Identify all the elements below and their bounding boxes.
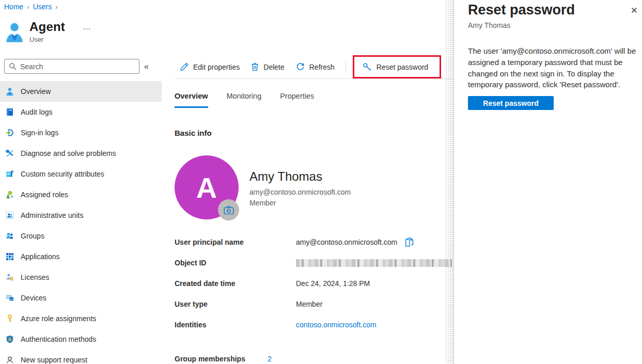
sidebar-item-diagnose[interactable]: Diagnose and solve problems [0, 143, 162, 164]
sidebar-item-administrative-units[interactable]: Administrative units [0, 205, 162, 226]
basic-info-heading: Basic info [175, 129, 212, 137]
assigned-roles-icon [5, 191, 14, 199]
vertical-scrollbar[interactable] [445, 0, 453, 364]
sidebar-item-label: Administrative units [21, 211, 83, 219]
search-input[interactable] [20, 62, 135, 71]
user-avatar-icon [5, 22, 24, 43]
search-icon [9, 62, 17, 70]
reset-password-label: Reset password [377, 63, 428, 71]
tab-overview[interactable]: Overview [175, 92, 208, 108]
field-value: Member [296, 300, 322, 308]
persona-card: A Amy Thomas amy@contoso.onmicrosoft.com… [175, 155, 351, 219]
admin-units-icon [5, 211, 14, 220]
sidebar-item-label: Applications [21, 252, 60, 261]
key-icon [5, 314, 14, 323]
edit-properties-label: Edit properties [193, 63, 240, 71]
diagnose-tools-icon [5, 149, 14, 158]
field-label: Identities [175, 321, 296, 329]
avatar: A [175, 155, 239, 219]
sidebar-item-devices[interactable]: Devices [0, 288, 162, 308]
field-label: User principal name [175, 238, 296, 246]
sidebar-item-label: Sign-in logs [21, 129, 58, 137]
collapse-sidebar-button[interactable]: « [144, 62, 149, 71]
breadcrumb-users[interactable]: Users [33, 3, 52, 11]
more-options-button[interactable]: … [83, 24, 92, 29]
sidebar-item-label: Groups [21, 232, 44, 240]
applications-grid-icon [5, 252, 14, 261]
refresh-button[interactable]: Refresh [296, 62, 335, 71]
page-header: Agent … User [5, 20, 92, 43]
field-value: Dec 24, 2024, 1:28 PM [296, 279, 370, 288]
field-value: amy@contoso.onmicrosoft.com [296, 238, 397, 246]
sidebar-item-licenses[interactable]: Licenses [0, 267, 162, 288]
sign-in-logs-icon [5, 129, 14, 137]
breadcrumb: Home › Users › [4, 3, 61, 11]
breadcrumb-home[interactable]: Home [4, 3, 23, 11]
key-icon [363, 62, 372, 72]
group-memberships-label: Group memberships [175, 355, 268, 363]
close-icon[interactable]: ✕ [631, 5, 638, 16]
refresh-icon [296, 62, 305, 71]
sidebar-item-label: Overview [21, 87, 51, 96]
delete-label: Delete [263, 63, 284, 71]
sidebar-item-label: Diagnose and solve problems [21, 149, 116, 157]
copy-button[interactable] [405, 238, 414, 247]
sidebar-nav: Overview Audit logs Sign-in logs Diagnos… [0, 81, 162, 364]
delete-button[interactable]: Delete [251, 62, 284, 71]
page-subtitle: User [29, 36, 92, 43]
field-row-created-date: Created date time Dec 24, 2024, 1:28 PM [175, 273, 453, 294]
change-photo-button[interactable] [218, 199, 239, 220]
identities-link[interactable]: contoso.onmicrosoft.com [296, 321, 377, 329]
field-label: Created date time [175, 279, 296, 288]
sidebar-item-label: Azure role assignments [21, 314, 96, 323]
sidebar-item-label: Audit logs [21, 108, 52, 116]
search-box [4, 59, 139, 74]
shield-lock-icon [5, 335, 14, 344]
sidebar-item-sign-in-logs[interactable]: Sign-in logs [0, 122, 162, 143]
tab-properties[interactable]: Properties [280, 92, 314, 108]
sidebar-item-applications[interactable]: Applications [0, 246, 162, 267]
sidebar: « Overview Audit logs Sign-in logs [0, 59, 162, 364]
sidebar-item-label: Licenses [21, 273, 49, 281]
field-row-user-type: User type Member [175, 294, 453, 314]
tab-monitoring[interactable]: Monitoring [227, 92, 262, 108]
field-label: Object ID [175, 259, 296, 267]
chevron-right-icon: › [23, 3, 33, 11]
pencil-icon [180, 62, 189, 71]
groups-icon [5, 232, 14, 241]
support-person-icon [5, 356, 14, 364]
reset-password-button[interactable]: Reset password [353, 55, 441, 78]
sidebar-item-assigned-roles[interactable]: Assigned roles [0, 184, 162, 205]
trash-icon [251, 62, 259, 71]
group-memberships-count-link[interactable]: 2 [268, 355, 272, 363]
sidebar-item-label: Authentication methods [21, 335, 96, 343]
sidebar-item-custom-security-attributes[interactable]: Custom security attributes [0, 164, 162, 184]
refresh-label: Refresh [309, 63, 335, 71]
sidebar-item-groups[interactable]: Groups [0, 226, 162, 246]
azure-portal-user-page: Home › Users › Agent … User [0, 0, 642, 364]
edit-properties-button[interactable]: Edit properties [180, 62, 240, 71]
copy-icon [405, 238, 414, 247]
audit-logs-icon [5, 108, 14, 117]
sidebar-item-new-support-request[interactable]: New support request [0, 350, 162, 364]
reset-password-panel: Reset password ✕ Amy Thomas The user 'am… [453, 0, 642, 364]
field-label: User type [175, 300, 296, 308]
licenses-icon [5, 273, 14, 282]
panel-reset-password-button[interactable]: Reset password [468, 96, 554, 110]
sidebar-item-label: Assigned roles [21, 191, 68, 199]
sidebar-item-audit-logs[interactable]: Audit logs [0, 102, 162, 122]
toolbar-divider [175, 78, 453, 79]
sidebar-item-label: Devices [21, 294, 46, 302]
sidebar-item-authentication-methods[interactable]: Authentication methods [0, 329, 162, 350]
user-display-name: Amy Thomas [249, 169, 351, 184]
user-email: amy@contoso.onmicrosoft.com [249, 188, 351, 196]
attributes-document-icon [5, 170, 14, 179]
sidebar-item-overview[interactable]: Overview [0, 81, 162, 102]
avatar-initial: A [196, 171, 217, 204]
sidebar-item-label: Custom security attributes [21, 170, 104, 178]
basic-info-fields: User principal name amy@contoso.onmicros… [175, 232, 453, 335]
camera-icon [224, 205, 234, 215]
devices-icon [5, 294, 14, 303]
tab-bar: Overview Monitoring Properties [175, 92, 314, 108]
sidebar-item-azure-role-assignments[interactable]: Azure role assignments [0, 308, 162, 329]
